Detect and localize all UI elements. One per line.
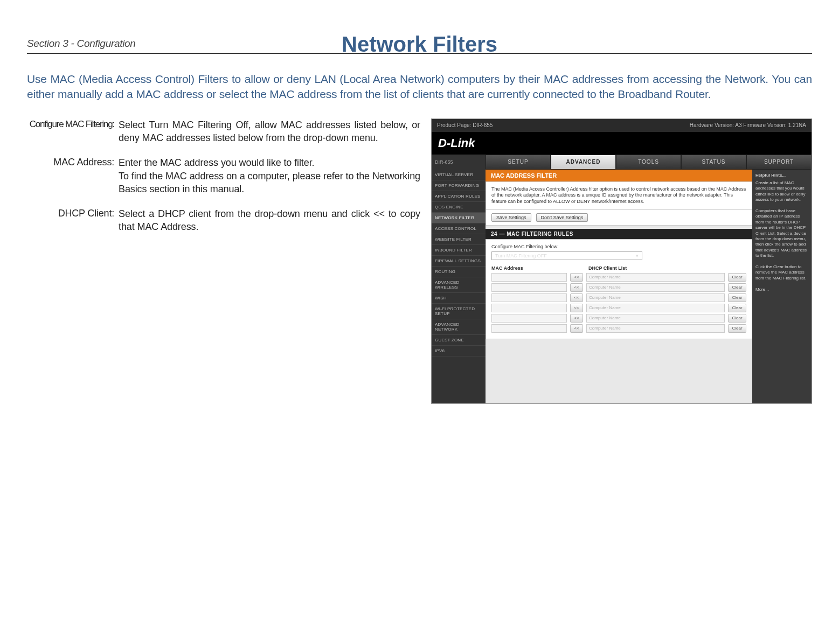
sidebar-item[interactable]: VIRTUAL SERVER — [432, 170, 486, 180]
col-mac-address: MAC Address — [491, 265, 588, 271]
mac-input[interactable] — [491, 324, 567, 333]
sidebar-item[interactable]: FIREWALL SETTINGS — [432, 256, 486, 267]
save-settings-button[interactable]: Save Settings — [491, 213, 531, 222]
copy-arrow-button[interactable]: << — [570, 304, 583, 312]
tab-tools[interactable]: TOOLS — [616, 155, 681, 170]
clear-button[interactable]: Clear — [728, 273, 746, 282]
tab-status[interactable]: STATUS — [681, 155, 746, 170]
page-header: Section 3 - Configuration — [27, 38, 812, 54]
mac-input[interactable] — [491, 273, 567, 282]
panel-title-bar: MAC ADDRESS FILTER — [486, 170, 752, 181]
screenshot-main-panel: MAC ADDRESS FILTER The MAC (Media Access… — [486, 170, 752, 403]
section-label: Section 3 - Configuration — [27, 38, 812, 50]
definition-label: MAC Address: — [27, 156, 119, 195]
table-row: <<Computer NameClear — [491, 283, 746, 292]
definition-text: Enter the MAC address you would like to … — [119, 156, 420, 195]
tab-setup[interactable]: SETUP — [486, 155, 551, 170]
sidebar-item[interactable]: PORT FORWARDING — [432, 180, 486, 191]
col-dhcp-client: DHCP Client List — [588, 265, 746, 271]
mac-input[interactable] — [491, 283, 567, 292]
dhcp-select[interactable]: Computer Name — [586, 273, 725, 282]
clear-button[interactable]: Clear — [728, 314, 746, 323]
nav-product: DIR-655 — [432, 155, 486, 170]
definition-row: Configure MAC Filtering: Select Turn MAC… — [27, 118, 420, 145]
dont-save-button[interactable]: Don't Save Settings — [536, 213, 588, 222]
definitions-list: Configure MAC Filtering: Select Turn MAC… — [27, 118, 420, 246]
sidebar-item[interactable]: INBOUND FILTER — [432, 245, 486, 256]
sidebar-item[interactable]: APPLICATION RULES — [432, 191, 486, 202]
sidebar-item[interactable]: ADVANCED WIRELESS — [432, 277, 486, 293]
clear-button[interactable]: Clear — [728, 304, 746, 312]
clear-button[interactable]: Clear — [728, 293, 746, 302]
mac-input[interactable] — [491, 293, 567, 302]
sidebar-item[interactable]: WEBSITE FILTER — [432, 234, 486, 245]
hints-title: Helpful Hints... — [755, 173, 808, 178]
rules-title-bar: 24 — MAC FILTERING RULES — [486, 229, 752, 239]
copy-arrow-button[interactable]: << — [570, 293, 583, 302]
mac-filtering-select[interactable]: Turn MAC Filtering OFF ▾ — [491, 251, 642, 260]
screenshot-topbar: Product Page: DIR-655 Hardware Version: … — [432, 119, 812, 132]
definition-label: Configure MAC Filtering: — [27, 118, 119, 145]
sidebar-item[interactable]: GUEST ZONE — [432, 335, 486, 346]
sidebar-item[interactable]: ROUTING — [432, 267, 486, 277]
hints-body: Create a list of MAC addresses that you … — [755, 180, 808, 292]
mac-input[interactable] — [491, 314, 567, 323]
definition-row: MAC Address: Enter the MAC address you w… — [27, 156, 420, 195]
copy-arrow-button[interactable]: << — [570, 314, 583, 323]
version-label: Hardware Version: A3 Firmware Version: 1… — [690, 122, 806, 128]
panel-description: The MAC (Media Access Controller) Addres… — [486, 181, 752, 210]
tab-advanced[interactable]: ADVANCED — [551, 155, 616, 170]
table-row: <<Computer NameClear — [491, 314, 746, 323]
copy-arrow-button[interactable]: << — [570, 273, 583, 282]
tab-support[interactable]: SUPPORT — [746, 155, 812, 170]
definition-text: Select Turn MAC Filtering Off, allow MAC… — [119, 118, 420, 145]
clear-button[interactable]: Clear — [728, 324, 746, 333]
definition-text: Select a DHCP client from the drop-down … — [119, 207, 420, 234]
dhcp-select[interactable]: Computer Name — [586, 314, 725, 323]
select-value: Turn MAC Filtering OFF — [495, 253, 547, 258]
product-page-label: Product Page: DIR-655 — [437, 122, 493, 128]
sidebar-item[interactable]: QOS ENGINE — [432, 202, 486, 213]
sidebar-item[interactable]: ACCESS CONTROL — [432, 223, 486, 234]
definition-label: DHCP Client: — [27, 207, 119, 234]
dhcp-select[interactable]: Computer Name — [586, 293, 725, 302]
router-screenshot: Product Page: DIR-655 Hardware Version: … — [431, 118, 812, 404]
mac-input[interactable] — [491, 304, 567, 312]
configure-label: Configure MAC Filtering below: — [491, 244, 746, 249]
sidebar-item[interactable]: WISH — [432, 293, 486, 304]
sidebar-item[interactable]: IPV6 — [432, 346, 486, 356]
copy-arrow-button[interactable]: << — [570, 283, 583, 292]
sidebar-item-selected[interactable]: NETWORK FILTER — [432, 213, 486, 223]
helpful-hints-panel: Helpful Hints... Create a list of MAC ad… — [752, 170, 812, 403]
dlink-logo: D-Link — [432, 132, 812, 155]
sidebar-item[interactable]: WI-FI PROTECTED SETUP — [432, 304, 486, 319]
dhcp-select[interactable]: Computer Name — [586, 304, 725, 312]
definition-row: DHCP Client: Select a DHCP client from t… — [27, 207, 420, 234]
dhcp-select[interactable]: Computer Name — [586, 283, 725, 292]
table-row: <<Computer NameClear — [491, 273, 746, 282]
clear-button[interactable]: Clear — [728, 283, 746, 292]
screenshot-nav: DIR-655 SETUP ADVANCED TOOLS STATUS SUPP… — [432, 155, 812, 170]
table-row: <<Computer NameClear — [491, 324, 746, 333]
copy-arrow-button[interactable]: << — [570, 324, 583, 333]
chevron-down-icon: ▾ — [636, 253, 639, 258]
table-row: <<Computer NameClear — [491, 293, 746, 302]
sidebar-item[interactable]: ADVANCED NETWORK — [432, 319, 486, 335]
screenshot-sidebar: VIRTUAL SERVER PORT FORWARDING APPLICATI… — [432, 170, 486, 403]
dhcp-select[interactable]: Computer Name — [586, 324, 725, 333]
intro-paragraph: Use MAC (Media Access Control) Filters t… — [27, 72, 812, 102]
table-row: <<Computer NameClear — [491, 304, 746, 312]
